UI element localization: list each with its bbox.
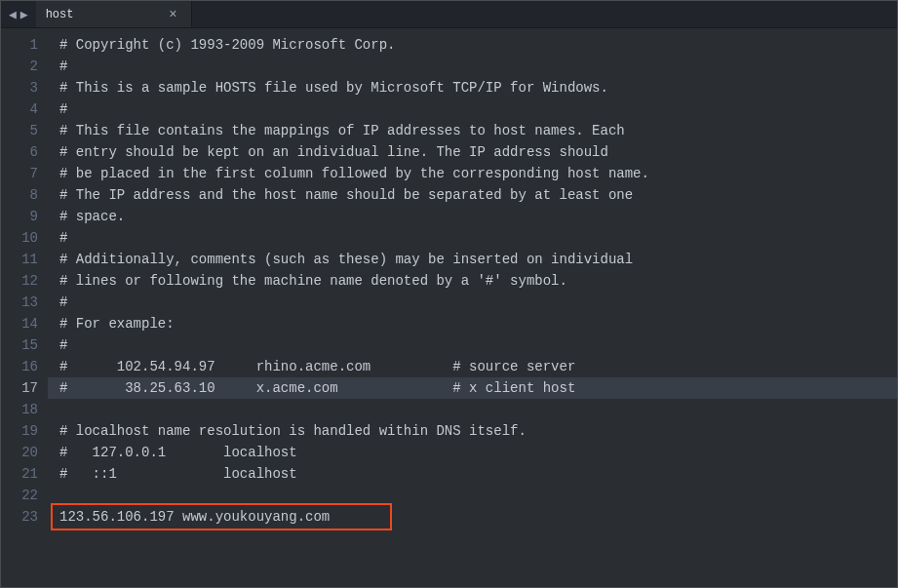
code-line[interactable]: # 38.25.63.10 x.acme.com # x client host — [48, 377, 897, 399]
line-number: 22 — [1, 485, 38, 506]
code-line[interactable]: # This is a sample HOSTS file used by Mi… — [48, 77, 897, 98]
line-number: 23 — [1, 506, 38, 528]
code-line[interactable]: 123.56.106.197 www.youkouyang.com — [48, 506, 897, 528]
line-number: 4 — [1, 98, 38, 120]
line-number: 1 — [1, 34, 38, 56]
tab-title: host — [46, 8, 74, 21]
code-area[interactable]: # Copyright (c) 1993-2009 Microsoft Corp… — [48, 28, 897, 587]
code-line[interactable]: # — [48, 292, 897, 313]
line-number: 14 — [1, 313, 38, 334]
line-number: 8 — [1, 184, 38, 206]
code-line[interactable]: # lines or following the machine name de… — [48, 270, 897, 292]
line-number: 18 — [1, 399, 38, 420]
code-line[interactable]: # localhost name resolution is handled w… — [48, 420, 897, 442]
code-line[interactable]: # 102.54.94.97 rhino.acme.com # source s… — [48, 356, 897, 377]
line-number: 10 — [1, 227, 38, 249]
line-number-gutter: 1234567891011121314151617181920212223 — [1, 28, 48, 587]
code-line[interactable]: # 127.0.0.1 localhost — [48, 442, 897, 463]
nav-arrows: ◀ ▶ — [1, 1, 36, 27]
line-number: 3 — [1, 77, 38, 98]
code-line[interactable]: # space. — [48, 206, 897, 227]
code-line[interactable]: # be placed in the first column followed… — [48, 163, 897, 184]
line-number: 16 — [1, 356, 38, 377]
tab-close-icon[interactable]: × — [165, 5, 180, 24]
title-bar: ◀ ▶ host × — [1, 1, 897, 28]
line-number: 12 — [1, 270, 38, 292]
code-line[interactable]: # Copyright (c) 1993-2009 Microsoft Corp… — [48, 34, 897, 56]
line-number: 6 — [1, 141, 38, 163]
line-number: 11 — [1, 249, 38, 270]
code-line[interactable]: # This file contains the mappings of IP … — [48, 120, 897, 141]
line-number: 17 — [1, 377, 38, 399]
code-line[interactable] — [48, 485, 897, 506]
line-number: 7 — [1, 163, 38, 184]
line-number: 13 — [1, 292, 38, 313]
code-line[interactable]: # Additionally, comments (such as these)… — [48, 249, 897, 270]
code-line[interactable]: # For example: — [48, 313, 897, 334]
nav-next-icon[interactable]: ▶ — [20, 7, 28, 22]
line-number: 15 — [1, 334, 38, 356]
line-number: 9 — [1, 206, 38, 227]
code-line[interactable]: # ::1 localhost — [48, 463, 897, 485]
line-number: 19 — [1, 420, 38, 442]
nav-prev-icon[interactable]: ◀ — [9, 7, 17, 22]
line-number: 21 — [1, 463, 38, 485]
line-number: 20 — [1, 442, 38, 463]
code-line[interactable]: # — [48, 227, 897, 249]
code-editor[interactable]: 1234567891011121314151617181920212223 # … — [1, 28, 897, 587]
line-number: 2 — [1, 56, 38, 77]
code-line[interactable]: # — [48, 334, 897, 356]
code-line[interactable]: # — [48, 56, 897, 77]
tab-host[interactable]: host × — [36, 1, 192, 27]
code-line[interactable]: # entry should be kept on an individual … — [48, 141, 897, 163]
code-line[interactable]: # The IP address and the host name shoul… — [48, 184, 897, 206]
code-line[interactable] — [48, 399, 897, 420]
line-number: 5 — [1, 120, 38, 141]
code-line[interactable]: # — [48, 98, 897, 120]
